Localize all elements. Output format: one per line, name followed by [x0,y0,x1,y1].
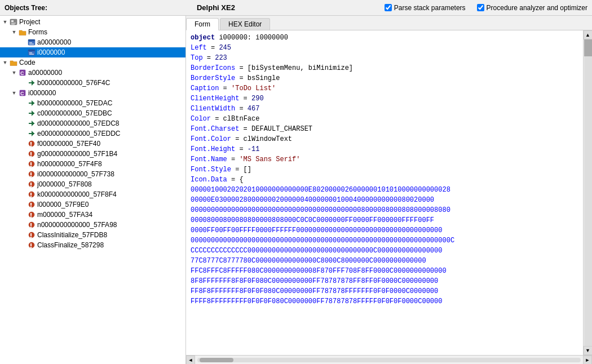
svg-text:C: C [20,91,24,96]
tree-node-f000000_57EF40[interactable]: f000000000_57EF40 [0,139,185,149]
code-part: = bsSingle [235,74,280,82]
scroll-left-arrow[interactable]: ◄ [186,356,195,365]
tab-bar: FormHEX Editor [186,16,592,30]
svg-rect-37 [30,176,32,177]
svg-rect-10 [29,52,32,54]
expand-button[interactable]: ▼ [10,28,18,36]
svg-rect-52 [30,227,32,228]
node-label: ClassFinalize_587298 [37,241,104,249]
scroll-down-arrow[interactable]: ▼ [584,346,593,355]
code-part: i000000: i0000000 [215,34,288,42]
tree-node-project[interactable]: ▼Project [0,17,185,27]
parse-stack-checkbox[interactable] [385,4,392,11]
tree-container[interactable]: ▼Project▼Formsa00000000i0000000▼Code▼Ca0… [0,16,185,364]
expand-button[interactable]: ▼ [1,59,9,66]
code-part: = [] [231,166,251,174]
expand-button [19,190,27,198]
svg-rect-34 [30,166,32,167]
tab-form[interactable]: Form [186,18,219,30]
scroll-track[interactable] [584,39,592,346]
hex-data: 0000000000000000000000000000000000000000… [191,237,454,245]
node-label: d0000000000000_57EDC8 [37,119,119,127]
tree-node-a00000000[interactable]: a00000000 [0,37,185,47]
code-part: = [207,44,219,52]
svg-rect-7 [29,44,34,45]
svg-marker-21 [32,110,34,116]
code-line: BorderIcons = [biSystemMenu, biMinimize] [191,63,578,73]
node-icon: C [18,68,27,77]
code-part: = [219,85,231,92]
svg-rect-45 [30,203,32,206]
code-part: Font.Charset [191,125,239,133]
tree-node-i0000000_code[interactable]: ▼Ci0000000 [0,88,185,98]
code-part: = [227,156,240,163]
svg-rect-11 [29,54,34,55]
tree-node-e000000_57EDDC[interactable]: e0000000000000_57EDDC [0,128,185,139]
procedure-analyzer-option[interactable]: Procedure analyzer and optimizer [477,4,587,12]
node-icon [27,149,36,158]
svg-text:C: C [20,70,24,76]
tree-node-k000000_57F8F4[interactable]: k0000000000000_57F8F4 [0,189,185,199]
code-part: -11 [248,145,260,153]
code-part: = clBtnFace [211,115,259,123]
tree-node-h000000_57F4F8[interactable]: h000000000_57F4F8 [0,159,185,169]
expand-button [19,150,27,158]
tree-node-ClassInit_57FDB8[interactable]: ClassInitialize_57FDB8 [0,230,185,240]
tree-node-m000000_57FA34[interactable]: m000000_57FA34 [0,210,185,220]
editor-area: object i000000: i0000000 Left = 245 Top … [186,30,592,364]
scroll-up-arrow[interactable]: ▲ [584,30,593,39]
svg-rect-57 [30,243,32,246]
tree-node-i000000_57F738[interactable]: i0000000000000_57F738 [0,169,185,179]
svg-marker-23 [32,121,34,126]
scroll-thumb[interactable] [584,39,592,56]
svg-rect-27 [30,142,32,145]
node-label: b00000000000_576F4C [37,79,110,87]
tab-hex[interactable]: HEX Editor [220,18,270,30]
parse-stack-label: Parse stack parameters [394,4,466,12]
svg-rect-40 [30,186,32,187]
vertical-scrollbar[interactable]: ▲ ▼ [583,30,592,355]
node-label: n0000000000000_57FA98 [37,221,117,229]
node-icon [9,17,18,26]
tree-node-b000000_576F4C[interactable]: b00000000000_576F4C [0,78,185,88]
tree-node-b000000_57EDAC[interactable]: b00000000000_57EDAC [0,98,185,108]
node-label: e0000000000000_57EDDC [37,130,120,137]
code-line: Font.Name = 'MS Sans Serif' [191,154,578,165]
code-line: Left = 245 [191,43,578,53]
node-label: Forms [28,28,47,36]
tree-node-forms[interactable]: ▼Forms [0,27,185,37]
code-part: 'MS Sans Serif' [239,156,300,163]
code-line: 8F8FFFFFFF8F8F0F080C0000000000FF78787878… [191,276,578,286]
node-icon [27,180,36,189]
editor-content[interactable]: object i000000: i0000000 Left = 245 Top … [186,30,583,355]
tree-node-ClassFin_587298[interactable]: ClassFinalize_587298 [0,240,185,250]
hex-data: 00008000800080800000808000C0C0C0000000FF… [191,216,434,224]
tree-node-code[interactable]: ▼Code [0,57,185,68]
svg-rect-5 [28,39,35,41]
tree-node-i0000000[interactable]: i0000000 [0,47,185,57]
tree-node-c000000_57EDBC[interactable]: c00000000000_57EDBC [0,108,185,118]
procedure-analyzer-checkbox[interactable] [477,4,484,11]
expand-button[interactable]: ▼ [1,18,9,26]
node-icon [27,109,36,118]
left-panel: ▼Project▼Formsa00000000i0000000▼Code▼Ca0… [0,16,186,364]
expand-button[interactable]: ▼ [10,89,18,97]
tree-node-n000000_57FA98[interactable]: n0000000000000_57FA98 [0,220,185,230]
expand-button [19,140,27,148]
node-label: i0000000 [28,89,56,97]
h-scroll-track[interactable] [197,358,581,362]
tree-node-a00000000_code[interactable]: ▼Ca00000000 [0,68,185,78]
scroll-right-arrow[interactable]: ► [583,356,592,365]
svg-rect-49 [30,216,32,217]
tree-node-d000000_57EDC8[interactable]: d0000000000000_57EDC8 [0,118,185,128]
h-scroll-thumb[interactable] [200,358,233,362]
tree-node-l000000_57F9E0[interactable]: l000000_57F9E0 [0,199,185,210]
expand-button[interactable]: ▼ [10,69,18,77]
horizontal-scrollbar[interactable]: ◄ ► [186,355,592,364]
hex-data: CCCCCCCCCCCCCC00000000000000000000000000… [191,247,442,255]
tree-node-j000000_57F808[interactable]: j0000000_57F808 [0,179,185,189]
top-bar: Objects Tree: Delphi XE2 Parse stack par… [0,0,592,16]
tree-node-g000000_57F1B4[interactable]: g0000000000000_57F1B4 [0,149,185,159]
parse-stack-option[interactable]: Parse stack parameters [385,4,466,12]
main-layout: ▼Project▼Formsa00000000i0000000▼Code▼Ca0… [0,16,592,364]
